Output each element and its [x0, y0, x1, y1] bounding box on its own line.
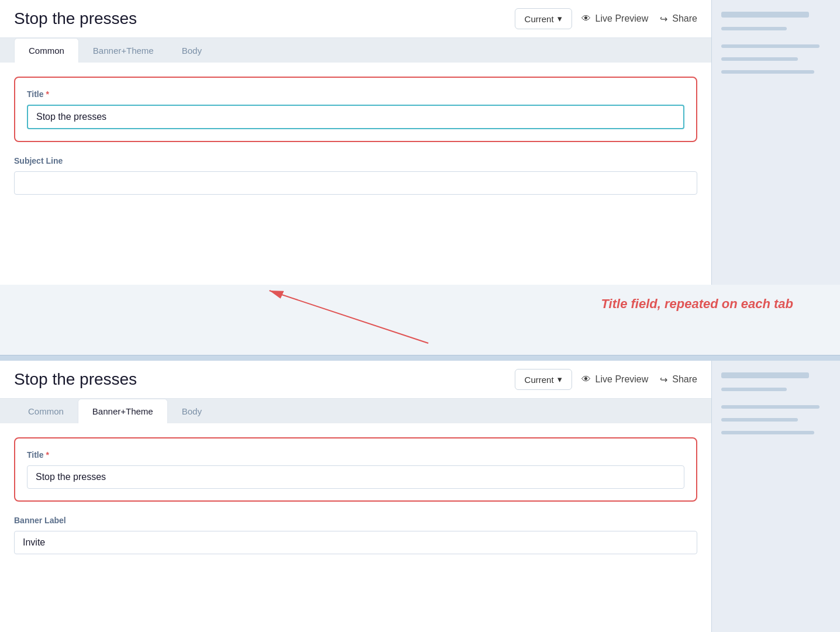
bottom-sidebar-line-2	[721, 388, 787, 391]
bottom-header: Stop the presses Current ▾ 👁 Live Previe…	[0, 361, 711, 399]
bottom-sidebar-line-4	[721, 418, 798, 422]
right-sidebar-top	[711, 0, 840, 285]
bottom-share-label: Share	[672, 374, 697, 385]
banner-label-label: Banner Label	[14, 516, 697, 525]
top-section: Stop the presses Current ▾ 👁 Live Previe…	[0, 0, 840, 285]
bottom-version-label: Current	[525, 375, 554, 385]
bottom-section: Stop the presses Current ▾ 👁 Live Previe…	[0, 361, 840, 632]
tab-common-top[interactable]: Common	[14, 38, 79, 63]
version-button[interactable]: Current ▾	[515, 8, 572, 29]
bottom-sidebar-line-1	[721, 372, 809, 378]
title-label-bottom: Title *	[27, 450, 684, 460]
bottom-sidebar-line-3	[721, 405, 820, 409]
tab-common-bottom[interactable]: Common	[14, 399, 78, 423]
svg-line-1	[270, 291, 429, 343]
annotation-arrows	[0, 285, 840, 355]
share-button[interactable]: ↪ Share	[660, 13, 697, 25]
tab-body-top[interactable]: Body	[168, 39, 216, 63]
bottom-live-preview-label: Live Preview	[595, 374, 649, 385]
sidebar-line-3	[721, 44, 820, 48]
title-form-section-bottom: Title *	[14, 437, 697, 502]
top-header: Stop the presses Current ▾ 👁 Live Previe…	[0, 0, 711, 38]
sidebar-line-1	[721, 12, 809, 18]
live-preview-button[interactable]: 👁 Live Preview	[581, 13, 649, 24]
share-label: Share	[672, 13, 697, 24]
bottom-tabs: Common Banner+Theme Body	[0, 399, 711, 423]
sidebar-line-2	[721, 27, 787, 30]
header-actions: 👁 Live Preview ↪ Share	[581, 13, 697, 25]
top-tabs: Common Banner+Theme Body	[0, 38, 711, 63]
tab-body-bottom[interactable]: Body	[168, 399, 216, 423]
bottom-version-chevron-icon: ▾	[557, 374, 562, 385]
bottom-version-button[interactable]: Current ▾	[515, 369, 572, 390]
top-content: Title * Subject Line	[0, 63, 711, 285]
right-sidebar-bottom	[711, 361, 840, 632]
version-label: Current	[525, 14, 554, 24]
annotation-area: Title field, repeated on each tab	[0, 285, 840, 355]
page-title: Stop the presses	[14, 9, 505, 28]
sidebar-line-5	[721, 70, 814, 74]
tab-banner-theme-bottom[interactable]: Banner+Theme	[78, 399, 168, 423]
title-input-bottom[interactable]	[27, 465, 684, 489]
banner-label-section: Banner Label	[14, 516, 697, 554]
section-divider	[0, 355, 840, 361]
bottom-content: Title * Banner Label	[0, 423, 711, 632]
tab-banner-theme-top[interactable]: Banner+Theme	[79, 39, 168, 63]
share-icon: ↪	[660, 13, 667, 25]
subject-line-input[interactable]	[14, 171, 697, 195]
bottom-eye-icon: 👁	[581, 374, 591, 385]
subject-line-label: Subject Line	[14, 156, 697, 165]
eye-icon: 👁	[581, 13, 591, 24]
bottom-live-preview-button[interactable]: 👁 Live Preview	[581, 374, 649, 385]
required-star-bottom: *	[46, 450, 49, 460]
annotation-text: Title field, repeated on each tab	[601, 296, 793, 312]
bottom-share-button[interactable]: ↪ Share	[660, 374, 697, 385]
title-label-top: Title *	[27, 89, 684, 99]
required-star-top: *	[46, 89, 49, 99]
bottom-sidebar-line-5	[721, 431, 814, 434]
live-preview-label: Live Preview	[595, 13, 649, 24]
subject-line-section: Subject Line	[14, 156, 697, 195]
banner-label-input[interactable]	[14, 531, 697, 554]
bottom-share-icon: ↪	[660, 374, 667, 385]
version-chevron-icon: ▾	[557, 13, 562, 24]
bottom-page-title: Stop the presses	[14, 370, 505, 389]
title-form-section-top: Title *	[14, 77, 697, 142]
title-input-top[interactable]	[27, 105, 684, 129]
bottom-header-actions: 👁 Live Preview ↪ Share	[581, 374, 697, 385]
sidebar-line-4	[721, 57, 798, 61]
